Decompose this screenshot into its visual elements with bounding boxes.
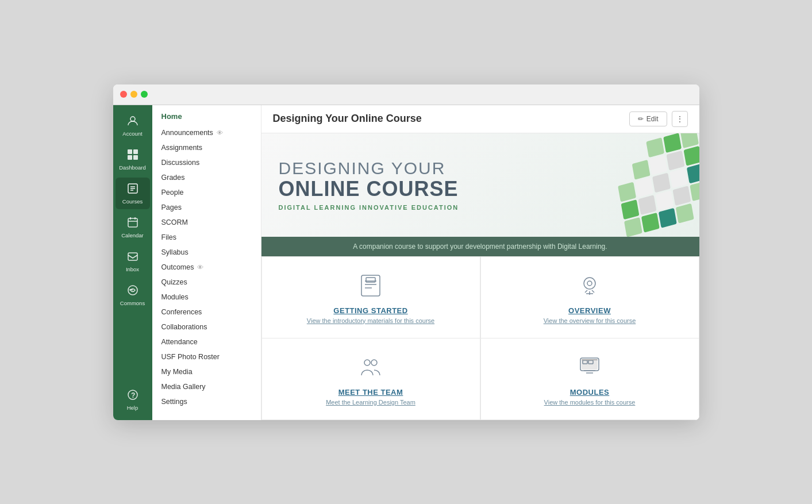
my-media-label: My Media: [161, 368, 193, 376]
modules-title: MODULES: [570, 388, 610, 397]
quizzes-label: Quizzes: [161, 278, 187, 286]
calendar-label: Calendar: [121, 232, 144, 238]
card-overview[interactable]: OVERVIEW View the overview for this cour…: [480, 257, 699, 338]
sidebar-item-calendar[interactable]: Calendar: [116, 211, 150, 243]
overview-title: OVERVIEW: [568, 306, 611, 315]
commons-icon: [126, 284, 139, 298]
svg-line-25: [585, 290, 587, 293]
announcements-badge: 👁: [217, 129, 223, 136]
course-nav-modules[interactable]: Modules: [152, 290, 261, 305]
svg-point-22: [584, 278, 595, 289]
hero-line2: ONLINE COURSE: [279, 178, 459, 201]
hero-banner: DESIGNING YOUR ONLINE COURSE DIGITAL LEA…: [261, 133, 699, 237]
course-nav-people[interactable]: People: [152, 185, 261, 200]
course-nav-grades[interactable]: Grades: [152, 170, 261, 185]
app-layout: Account Dashboard: [113, 105, 699, 420]
card-modules[interactable]: MODULES View the modules for this course: [480, 338, 699, 420]
course-nav-media-gallery[interactable]: Media Gallery: [152, 379, 261, 394]
files-label: Files: [161, 233, 176, 241]
course-nav-my-media[interactable]: My Media: [152, 364, 261, 379]
edit-button[interactable]: ✏ Edit: [629, 111, 667, 126]
modules-label: Modules: [161, 293, 188, 301]
sidebar-item-dashboard[interactable]: Dashboard: [116, 144, 150, 175]
course-nav-discussions[interactable]: Discussions: [152, 155, 261, 170]
course-nav: Home Announcements 👁 Assignments Discuss…: [152, 105, 261, 420]
more-button[interactable]: ⋮: [672, 111, 688, 127]
overview-desc: View the overview for this course: [544, 317, 636, 324]
sidebar-item-help[interactable]: ? Help: [116, 384, 150, 415]
attendance-label: Attendance: [161, 338, 198, 346]
sidebar-item-commons[interactable]: Commons: [116, 279, 150, 311]
sidebar-item-account[interactable]: Account: [116, 110, 150, 141]
course-nav-usf-photo-roster[interactable]: USF Photo Roster: [152, 349, 261, 364]
course-nav-settings[interactable]: Settings: [152, 394, 261, 409]
syllabus-label: Syllabus: [161, 248, 188, 256]
course-nav-scorm[interactable]: SCORM: [152, 215, 261, 230]
account-icon: [126, 114, 139, 129]
page-header: Designing Your Online Course ✏ Edit ⋮: [261, 105, 699, 133]
people-label: People: [161, 188, 184, 197]
meet-the-team-title: MEET THE TEAM: [338, 388, 403, 397]
course-nav-assignments[interactable]: Assignments: [152, 140, 261, 155]
course-nav-home[interactable]: Home: [152, 105, 261, 125]
media-gallery-label: Media Gallery: [161, 383, 206, 391]
svg-rect-17: [361, 275, 380, 296]
svg-rect-21: [366, 278, 375, 282]
commons-label: Commons: [120, 300, 145, 306]
course-nav-syllabus[interactable]: Syllabus: [152, 245, 261, 260]
inbox-label: Inbox: [126, 266, 139, 272]
course-nav-files[interactable]: Files: [152, 230, 261, 245]
sidebar-item-inbox[interactable]: Inbox: [116, 245, 150, 277]
courses-label: Courses: [122, 198, 143, 205]
overview-icon: [575, 271, 605, 301]
hero-text-area: DESIGNING YOUR ONLINE COURSE DIGITAL LEA…: [261, 133, 584, 237]
assignments-label: Assignments: [161, 144, 203, 152]
main-content: Designing Your Online Course ✏ Edit ⋮: [261, 105, 699, 420]
card-getting-started[interactable]: GETTING STARTED View the introductory ma…: [261, 257, 480, 338]
pages-label: Pages: [161, 203, 182, 211]
svg-rect-1: [128, 149, 132, 154]
cube-grid: [611, 133, 699, 237]
discussions-label: Discussions: [161, 159, 200, 167]
more-icon: ⋮: [676, 114, 684, 124]
svg-point-27: [364, 360, 370, 366]
hero-line1: DESIGNING YOUR: [279, 159, 459, 178]
course-nav-pages[interactable]: Pages: [152, 200, 261, 215]
svg-rect-35: [582, 359, 598, 360]
svg-point-28: [371, 360, 377, 366]
meet-the-team-icon: [356, 352, 386, 382]
hero-subtitle-rest: INNOVATIVE EDUCATION: [356, 204, 459, 211]
calendar-icon: [126, 216, 139, 230]
announcements-label: Announcements: [161, 129, 213, 137]
meet-the-team-desc: Meet the Learning Design Team: [326, 399, 415, 406]
getting-started-title: GETTING STARTED: [333, 306, 407, 315]
inbox-icon: [126, 250, 139, 264]
svg-line-26: [592, 290, 594, 293]
collaborations-label: Collaborations: [161, 323, 207, 331]
course-nav-collaborations[interactable]: Collaborations: [152, 320, 261, 334]
minimize-dot[interactable]: [130, 91, 137, 98]
maximize-dot[interactable]: [141, 91, 148, 98]
svg-text:?: ?: [131, 391, 135, 399]
page-title: Designing Your Online Course: [273, 113, 422, 125]
hero-subtitle-highlight: DIGITAL LEARNING: [279, 204, 356, 211]
course-nav-attendance[interactable]: Attendance: [152, 334, 261, 349]
hero-heading: DESIGNING YOUR ONLINE COURSE: [279, 159, 459, 201]
account-label: Account: [122, 130, 142, 137]
course-nav-conferences[interactable]: Conferences: [152, 305, 261, 320]
dashboard-label: Dashboard: [119, 164, 145, 171]
settings-label: Settings: [161, 398, 187, 406]
getting-started-icon: [356, 271, 386, 301]
course-nav-announcements[interactable]: Announcements 👁: [152, 125, 261, 140]
header-actions: ✏ Edit ⋮: [629, 111, 688, 127]
sidebar-item-courses[interactable]: Courses: [116, 178, 150, 209]
grades-label: Grades: [161, 174, 185, 182]
course-nav-quizzes[interactable]: Quizzes: [152, 275, 261, 290]
hero-text: DESIGNING YOUR ONLINE COURSE DIGITAL LEA…: [279, 159, 459, 211]
close-dot[interactable]: [120, 91, 127, 98]
scorm-label: SCORM: [161, 218, 188, 226]
modules-desc: View the modules for this course: [544, 399, 636, 406]
card-meet-the-team[interactable]: MEET THE TEAM Meet the Learning Design T…: [261, 338, 480, 420]
course-nav-outcomes[interactable]: Outcomes 👁: [152, 260, 261, 275]
svg-rect-3: [128, 155, 132, 160]
